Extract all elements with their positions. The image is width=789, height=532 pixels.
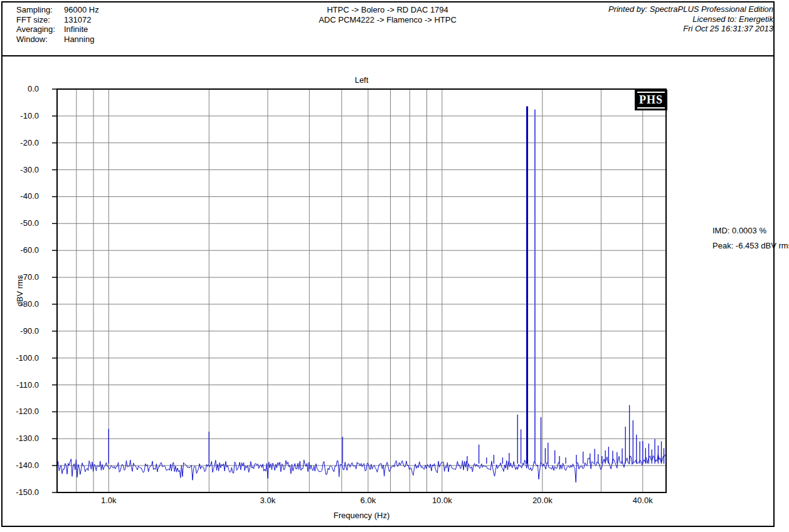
y-tick-label: -120.0 [1, 407, 39, 416]
plot-border [57, 89, 666, 492]
y-tick-label: -150.0 [1, 488, 39, 497]
y-tick-label: -10.0 [1, 112, 39, 120]
y-tick-label: -40.0 [1, 192, 39, 201]
phs-logo-text: PHS [637, 92, 665, 109]
x-tick-label: 20.0k [524, 496, 561, 505]
y-tick-label: 0.0 [1, 85, 39, 93]
y-axis-title: dBV rms [15, 263, 24, 319]
phs-logo: PHS [635, 90, 667, 110]
y-tick-label: -90.0 [1, 327, 39, 336]
x-tick-label: 40.0k [624, 496, 662, 505]
y-tick-label: -80.0 [1, 300, 39, 309]
noise-floor-trace [57, 454, 665, 482]
y-tick-label: -100.0 [1, 354, 39, 363]
y-tick-label: -130.0 [1, 434, 39, 443]
x-axis-title: Frequency (Hz) [57, 511, 666, 520]
y-tick-label: -70.0 [1, 273, 39, 282]
x-tick-label: 6.0k [349, 496, 387, 505]
measurement-stats: IMD: 0.0003 % Peak: -6.453 dBV rms [712, 223, 789, 253]
imd-value: IMD: 0.0003 % [712, 223, 789, 238]
x-tick-label: 3.0k [249, 496, 287, 505]
x-tick-label: 10.0k [423, 496, 461, 505]
peak-value: Peak: -6.453 dBV rms [712, 238, 789, 253]
y-tick-label: -20.0 [1, 139, 39, 147]
y-tick-label: -50.0 [1, 219, 39, 228]
y-tick-label: -110.0 [1, 381, 39, 390]
y-tick-label: -140.0 [1, 461, 39, 470]
y-tick-label: -60.0 [1, 246, 39, 255]
y-tick-label: -30.0 [1, 166, 39, 174]
x-tick-label: 1.0k [90, 496, 127, 505]
chart-title: Left [57, 75, 666, 85]
